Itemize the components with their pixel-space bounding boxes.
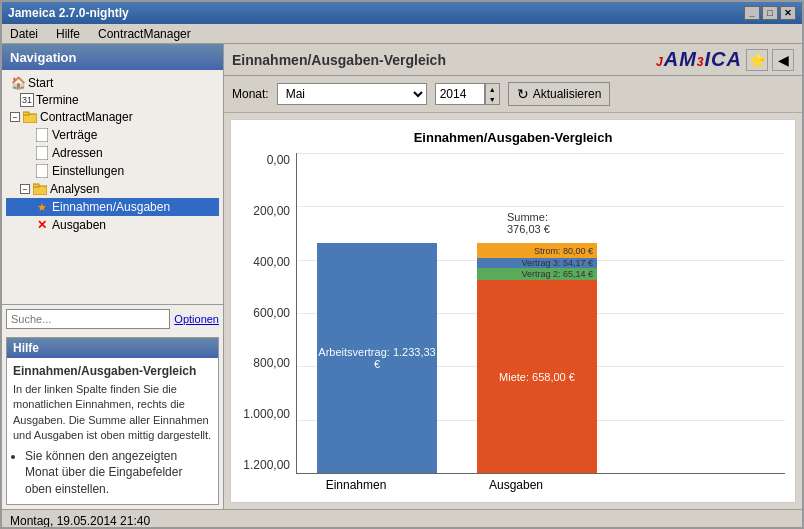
- year-up-button[interactable]: ▲: [485, 84, 499, 94]
- year-input[interactable]: [435, 83, 485, 105]
- einnahmen-bar: Arbeitsvertrag: 1.233,33 €: [317, 243, 437, 473]
- month-label: Monat:: [232, 87, 269, 101]
- star-icon: ★: [34, 199, 50, 215]
- ausgaben-bar-strom: Strom: 80,00 €: [477, 243, 597, 258]
- help-title: Einnahmen/Ausgaben-Vergleich: [13, 364, 212, 378]
- content-toolbar: Einnahmen/Ausgaben-Vergleich JAM3ICA ⭐ ◀: [224, 44, 802, 76]
- menu-hilfe[interactable]: Hilfe: [52, 26, 84, 42]
- doc-icon-vertraege: [34, 127, 50, 143]
- v3-label: Vertrag 3: 54,17 €: [521, 258, 593, 268]
- summe-label: Summe:376,03 €: [507, 211, 550, 235]
- ausgaben-bar-wrap: Strom: 80,00 € Vertrag 3: 54,17 € Vertra…: [477, 243, 597, 473]
- minimize-button[interactable]: _: [744, 6, 760, 20]
- chart-container: Einnahmen/Ausgaben-Vergleich 1.200,00 1.…: [230, 119, 796, 503]
- y-label-1200: 1.200,00: [243, 458, 290, 472]
- year-down-button[interactable]: ▼: [485, 94, 499, 104]
- search-row: Optionen: [6, 309, 219, 329]
- y-label-600: 600,00: [253, 306, 290, 320]
- tree-label-start: Start: [28, 76, 53, 90]
- update-button[interactable]: ↻ Aktualisieren: [508, 82, 611, 106]
- tree-item-einstellungen[interactable]: Einstellungen: [6, 162, 219, 180]
- toolbar-right: JAM3ICA ⭐ ◀: [656, 48, 794, 71]
- help-list-item: Sie können den angezeigten Monat über di…: [25, 448, 212, 498]
- jameica-logo: JAM3ICA: [656, 48, 742, 71]
- svg-rect-4: [36, 164, 48, 178]
- y-label-800: 800,00: [253, 356, 290, 370]
- tree-label-contractmanager: ContractManager: [40, 110, 133, 124]
- menu-datei[interactable]: Datei: [6, 26, 42, 42]
- doc-icon-adressen: [34, 145, 50, 161]
- chart-body: 1.200,00 1.000,00 800,00 600,00 400,00 2…: [241, 153, 785, 492]
- y-label-1000: 1.000,00: [243, 407, 290, 421]
- tree-item-analysen[interactable]: − Analysen: [6, 180, 219, 198]
- folder-icon-contractmanager: [22, 109, 38, 125]
- folder-icon-analysen: [32, 181, 48, 197]
- chart-title: Einnahmen/Ausgaben-Vergleich: [241, 130, 785, 145]
- svg-rect-1: [23, 112, 29, 115]
- doc-icon-einstellungen: [34, 163, 50, 179]
- help-list: Sie können den angezeigten Monat über di…: [13, 448, 212, 498]
- year-spinner: ▲ ▼: [485, 83, 500, 105]
- chart-plot-area: Summe:376,03 € Arbeitsvertrag: 1.233,33 …: [296, 153, 785, 492]
- svg-rect-6: [33, 184, 39, 187]
- x-label-ausgaben: Ausgaben: [456, 478, 576, 492]
- sidebar: Navigation 🏠 Start 31 Termine − C: [2, 44, 224, 509]
- svg-rect-2: [36, 128, 48, 142]
- x-icon: ✕: [34, 217, 50, 233]
- tree-item-start[interactable]: 🏠 Start: [6, 74, 219, 92]
- chart-x-labels: Einnahmen Ausgaben: [296, 474, 785, 492]
- tree-label-analysen: Analysen: [50, 182, 99, 196]
- search-input[interactable]: [6, 309, 170, 329]
- miete-label: Miete: 658,00 €: [499, 371, 575, 383]
- expand-contractmanager[interactable]: −: [10, 112, 20, 122]
- v2-label: Vertrag 2: 65,14 €: [521, 269, 593, 279]
- help-text: In der linken Spalte finden Sie die mona…: [13, 382, 212, 444]
- year-input-wrap: ▲ ▼: [435, 83, 500, 105]
- close-button[interactable]: ✕: [780, 6, 796, 20]
- main-layout: Navigation 🏠 Start 31 Termine − C: [2, 44, 802, 509]
- tree-item-ausgaben[interactable]: ✕ Ausgaben: [6, 216, 219, 234]
- status-bar: Montag, 19.05.2014 21:40: [2, 509, 802, 529]
- nav-header: Navigation: [2, 44, 223, 70]
- y-label-0: 0,00: [267, 153, 290, 167]
- filter-bar: Monat: Mai ▲ ▼ ↻ Aktualisieren: [224, 76, 802, 113]
- bar-group-ausgaben: Strom: 80,00 € Vertrag 3: 54,17 € Vertra…: [477, 243, 597, 473]
- ausgaben-bar-v2: Vertrag 2: 65,14 €: [477, 268, 597, 280]
- maximize-button[interactable]: □: [762, 6, 778, 20]
- einnahmen-bar-label: Arbeitsvertrag: 1.233,33 €: [317, 346, 437, 370]
- svg-rect-3: [36, 146, 48, 160]
- tree-item-termine[interactable]: 31 Termine: [6, 92, 219, 108]
- month-select[interactable]: Mai: [277, 83, 427, 105]
- tree-item-adressen[interactable]: Adressen: [6, 144, 219, 162]
- content-area: Einnahmen/Ausgaben-Vergleich JAM3ICA ⭐ ◀…: [224, 44, 802, 509]
- y-label-200: 200,00: [253, 204, 290, 218]
- tree-label-vertraege: Verträge: [52, 128, 97, 142]
- tree-item-einnahmen-ausgaben[interactable]: ★ Einnahmen/Ausgaben: [6, 198, 219, 216]
- ausgaben-bar-v3: Vertrag 3: 54,17 €: [477, 258, 597, 268]
- page-title: Einnahmen/Ausgaben-Vergleich: [232, 52, 446, 68]
- y-axis: 1.200,00 1.000,00 800,00 600,00 400,00 2…: [241, 153, 296, 492]
- status-text: Montag, 19.05.2014 21:40: [10, 514, 150, 528]
- expand-analysen[interactable]: −: [20, 184, 30, 194]
- tree-label-termine: Termine: [36, 93, 79, 107]
- menu-contractmanager[interactable]: ContractManager: [94, 26, 195, 42]
- tree-item-contractmanager[interactable]: − ContractManager: [6, 108, 219, 126]
- help-panel: Hilfe Einnahmen/Ausgaben-Vergleich In de…: [6, 337, 219, 505]
- x-label-einnahmen: Einnahmen: [296, 478, 416, 492]
- strom-label: Strom: 80,00 €: [534, 246, 593, 256]
- help-header: Hilfe: [7, 338, 218, 358]
- window-controls: _ □ ✕: [744, 6, 796, 20]
- house-icon: 🏠: [10, 75, 26, 91]
- tree-item-vertraege[interactable]: Verträge: [6, 126, 219, 144]
- help-content: Einnahmen/Ausgaben-Vergleich In der link…: [7, 358, 218, 504]
- tree-label-adressen: Adressen: [52, 146, 103, 160]
- ausgaben-bar-miete: Miete: 658,00 €: [477, 280, 597, 473]
- back-button[interactable]: ◀: [772, 49, 794, 71]
- tree-label-ausgaben: Ausgaben: [52, 218, 106, 232]
- favorite-button[interactable]: ⭐: [746, 49, 768, 71]
- options-link[interactable]: Optionen: [174, 313, 219, 325]
- title-bar: Jameica 2.7.0-nightly _ □ ✕: [2, 2, 802, 24]
- bar-group-einnahmen: Summe:376,03 € Arbeitsvertrag: 1.233,33 …: [317, 243, 437, 473]
- refresh-icon: ↻: [517, 86, 529, 102]
- tree-label-einstellungen: Einstellungen: [52, 164, 124, 178]
